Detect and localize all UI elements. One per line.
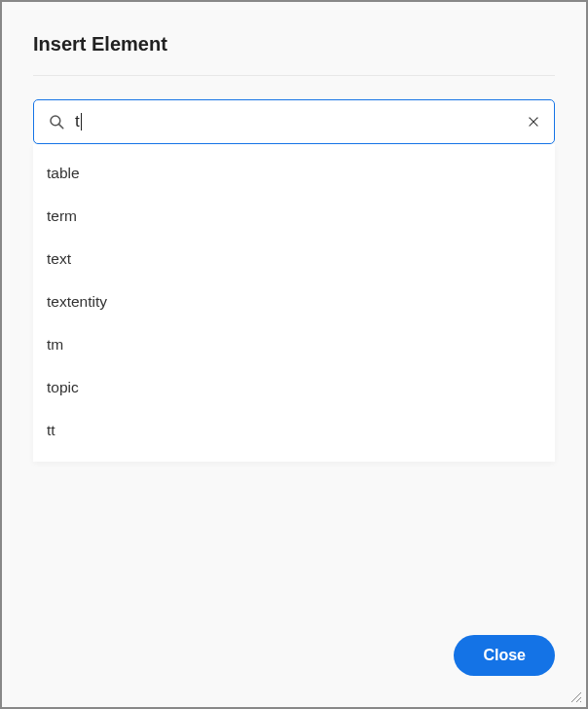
list-item[interactable]: term: [33, 195, 555, 238]
list-item-label: tt: [47, 422, 55, 438]
dialog-title: Insert Element: [33, 33, 555, 56]
list-item[interactable]: text: [33, 238, 555, 280]
divider: [33, 75, 555, 76]
close-button[interactable]: Close: [454, 635, 555, 676]
list-item[interactable]: table: [33, 152, 555, 195]
list-item-label: topic: [47, 379, 79, 395]
svg-line-1: [59, 125, 63, 129]
list-item[interactable]: textentity: [33, 280, 555, 323]
svg-line-4: [571, 692, 581, 702]
search-icon: [48, 113, 65, 131]
list-item-label: tm: [47, 336, 63, 353]
clear-icon[interactable]: [523, 111, 544, 132]
insert-element-dialog: Insert Element t table term text textent…: [2, 2, 586, 707]
list-item[interactable]: tt: [33, 409, 555, 452]
list-item-label: term: [47, 207, 77, 224]
search-field[interactable]: t: [33, 99, 555, 144]
list-item[interactable]: tm: [33, 323, 555, 366]
svg-line-6: [580, 701, 581, 702]
list-item-label: table: [47, 165, 80, 181]
list-item-label: text: [47, 250, 71, 267]
list-item-label: textentity: [47, 293, 107, 310]
dialog-footer: Close: [33, 612, 555, 676]
search-input-value: t: [75, 112, 80, 131]
results-list: table term text textentity tm topic tt: [33, 144, 555, 462]
search-input[interactable]: t: [75, 100, 523, 143]
resize-grip-icon[interactable]: [569, 690, 582, 703]
text-caret: [81, 113, 82, 131]
list-item[interactable]: topic: [33, 366, 555, 409]
